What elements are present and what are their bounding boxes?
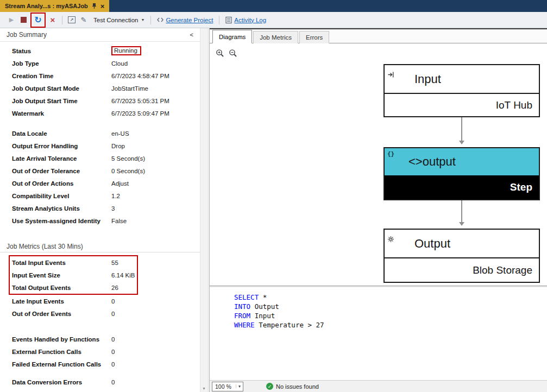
summary-row-status: Status Running [0, 45, 200, 57]
row-value: 6.14 KiB [111, 272, 135, 279]
generate-project-link[interactable]: Generate Project [166, 17, 213, 23]
toolbar-separator [219, 16, 219, 24]
query-line: WHERE Temperature > 27 [234, 320, 547, 330]
row-value: 0 [111, 336, 115, 343]
cancel-button[interactable]: × [47, 14, 58, 26]
row-value: 0 [111, 311, 115, 317]
node-subtitle: Step [510, 181, 532, 193]
start-button[interactable]: ▶ [6, 14, 17, 26]
row-value: JobStartTime [111, 85, 148, 92]
row-label: Job Output Start Time [12, 98, 111, 104]
query-editor[interactable]: SELECT * INTO Output FROM Input WHERE Te… [210, 287, 547, 380]
tab-diagrams[interactable]: Diagrams [212, 30, 252, 43]
toolbar-separator [150, 16, 151, 24]
row-value: 0 [111, 298, 115, 305]
metric-row: Events Handled by Functions 0 [0, 333, 200, 345]
row-label: Job Type [12, 60, 111, 67]
node-input-subtitle: IoT Hub [385, 93, 539, 116]
annotation-box-metrics: Total Input Events 55 Input Event Size 6… [9, 255, 138, 295]
diagram-node-output[interactable]: Output Blob Storage [383, 229, 540, 283]
collapse-panel-icon[interactable]: < [190, 31, 197, 38]
row-value: en-US [111, 130, 129, 137]
job-diagram-canvas[interactable]: Input IoT Hub {} <>output Step [210, 43, 547, 286]
summary-row: Stream Analytics Units 3 [0, 202, 200, 214]
chevron-down-icon: ▼ [141, 18, 144, 22]
summary-row: Use System-assigned Identity False [0, 214, 200, 227]
edit-script-button[interactable]: ✎ [78, 14, 89, 26]
generate-project-icon [156, 16, 164, 23]
row-label: Job Output Start Mode [12, 85, 111, 92]
metric-row: Late Input Events 0 [0, 295, 200, 307]
row-label: Output Error Handling [12, 143, 111, 149]
zoom-out-icon[interactable] [228, 48, 238, 58]
node-subtitle: IoT Hub [496, 99, 532, 111]
row-label: Stream Analytics Units [12, 205, 111, 212]
titlebar: Stream Analy...s : myASAJob × [0, 0, 547, 12]
test-connection-dropdown[interactable]: Test Connection ▼ [90, 14, 147, 26]
annotation-box-refresh: ↻ [30, 12, 46, 28]
row-value: 6/7/2023 4:58:47 PM [111, 73, 169, 79]
activity-log-link[interactable]: Activity Log [234, 17, 266, 23]
pin-icon[interactable] [92, 3, 97, 9]
metric-row: Total Output Events 26 [10, 281, 137, 294]
node-step-header: {} <>output [385, 148, 539, 175]
refresh-button[interactable]: ↻ [33, 14, 43, 26]
toolbar-separator [62, 16, 62, 24]
job-summary-panel: Job Summary < Status Running Job Type Cl… [0, 28, 200, 392]
functions-group: Events Handled by Functions 0 External F… [0, 333, 200, 370]
row-label: Status [12, 48, 111, 54]
row-value: Drop [111, 143, 125, 149]
test-connection-label: Test Connection [93, 17, 138, 23]
metric-row: External Function Calls 0 [0, 345, 200, 358]
row-label: Use System-assigned Identity [12, 218, 111, 224]
left-panel-scrollbar[interactable]: ▼ [200, 28, 208, 392]
metric-row: Out of Order Events 0 [0, 307, 200, 320]
document-tab-title: Stream Analy...s : myASAJob [5, 3, 88, 9]
row-value: 3 [111, 205, 115, 212]
node-title: Output [414, 237, 450, 251]
document-tab[interactable]: Stream Analy...s : myASAJob × [0, 0, 109, 12]
job-summary-header: Job Summary < [0, 28, 200, 42]
row-label: External Function Calls [12, 349, 111, 355]
diagram-node-input[interactable]: Input IoT Hub [383, 64, 540, 117]
diagram-arrow [461, 117, 462, 143]
right-panel-tabstrip: Diagrams Job Metrics Errors [210, 29, 547, 43]
tab-job-metrics[interactable]: Job Metrics [253, 31, 298, 43]
zoom-level-dropdown[interactable]: 100 % ▼ [212, 382, 243, 391]
row-value: Cloud [111, 60, 128, 67]
node-output-subtitle: Blob Storage [385, 257, 539, 282]
row-label: Late Input Events [12, 298, 111, 305]
row-value: 0 [111, 379, 115, 385]
chevron-down-icon: ▼ [236, 384, 243, 388]
row-value: 5 Second(s) [111, 155, 145, 162]
summary-group-2: Data Locale en-US Output Error Handling … [0, 127, 200, 227]
query-line: INTO Output [234, 302, 547, 311]
scroll-down-icon[interactable]: ▼ [200, 387, 208, 390]
sql-keyword: FROM [234, 312, 250, 320]
row-label: Creation Time [12, 73, 111, 79]
row-value: Adjust [111, 180, 129, 187]
close-icon[interactable]: × [100, 3, 105, 10]
summary-row: Job Output Start Mode JobStartTime [0, 82, 200, 94]
job-metrics-section-header: Job Metrics (Last 30 Mins) [0, 241, 200, 252]
app-window: Stream Analy...s : myASAJob × ▶ ↻ × ↗ ✎ … [0, 0, 547, 392]
summary-row: Job Output Start Time 6/7/2023 5:05:31 P… [0, 94, 200, 107]
tab-errors[interactable]: Errors [299, 31, 329, 43]
job-metrics-title: Job Metrics (Last 30 Mins) [7, 243, 83, 250]
zoom-in-icon[interactable] [215, 48, 225, 58]
right-panel: Diagrams Job Metrics Errors Input IoT Hu… [210, 28, 547, 392]
activity-log-icon [225, 16, 232, 24]
node-input-header: Input [385, 65, 539, 93]
node-step-subtitle: Step [385, 175, 539, 199]
stop-button[interactable] [18, 14, 29, 26]
sql-keyword: WHERE [234, 321, 255, 329]
open-in-portal-button[interactable]: ↗ [66, 14, 77, 26]
row-value: False [111, 218, 127, 224]
sql-text: Output [250, 302, 279, 311]
toolbar: ▶ ↻ × ↗ ✎ Test Connection ▼ Generate Pro… [0, 12, 547, 28]
row-label: Out of Order Tolerance [12, 168, 111, 174]
diagram-node-step[interactable]: {} <>output Step [383, 147, 540, 200]
summary-row: Compatibility Level 1.2 [0, 189, 200, 202]
row-value: 26 [111, 284, 118, 291]
sql-keyword: INTO [234, 302, 250, 311]
